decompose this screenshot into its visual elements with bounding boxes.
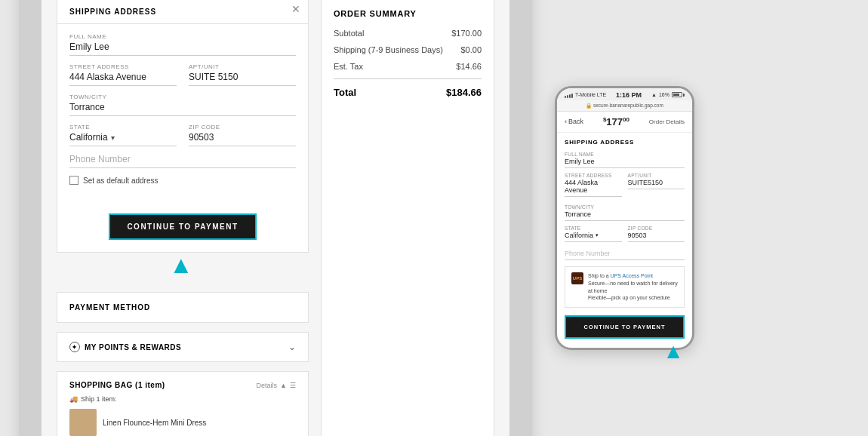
phone-town-field: TOWN/CITY Torrance — [565, 204, 685, 221]
phone-phone-field[interactable]: Phone Number — [565, 250, 685, 260]
state-label: STATE — [69, 124, 177, 130]
default-address-label: Set as default address — [83, 177, 159, 185]
phone-arrow-wrapper: ▲ — [663, 339, 684, 364]
ups-text-2: Secure—no need to watch for delivery at … — [588, 281, 678, 293]
phone-zip-label: ZIP CODE — [628, 226, 685, 231]
laptop: ✕ SHIPPING ADDRESS FULL NAME Emily Lee S… — [19, 0, 532, 436]
zip-label: ZIP CODE — [189, 124, 296, 130]
ups-text-3: Flexible—pick up on your schedule — [588, 295, 670, 300]
signal-icon — [565, 92, 573, 98]
url-text: secure-bananarepublic.gap.com — [593, 103, 663, 108]
bag-title-text: SHOPPING BAG — [69, 381, 133, 389]
default-address-row: Set as default address — [69, 176, 296, 185]
bag-item: Linen Flounce-Hem Mini Dress — [69, 409, 296, 436]
rewards-icon: ✦ — [69, 342, 80, 352]
phone-address-row: STREET ADDRESS 444 Alaska Avenue APT/UNI… — [565, 173, 685, 204]
rewards-section[interactable]: ✦ MY POINTS & REWARDS ⌄ — [57, 332, 309, 362]
phone-state-field: STATE California ▾ — [565, 226, 622, 247]
order-details-link[interactable]: Order Details — [649, 118, 685, 125]
phone-battery: ▲ 16% — [651, 92, 685, 97]
street-field: STREET ADDRESS 444 Alaska Avenue — [69, 63, 177, 86]
back-button[interactable]: ‹ Back — [565, 118, 583, 125]
phone-street-label: STREET ADDRESS — [565, 173, 622, 178]
subtotal-row: Subtotal $170.00 — [334, 29, 482, 38]
desktop-content: ✕ SHIPPING ADDRESS FULL NAME Emily Lee S… — [57, 0, 494, 436]
phone-apt-field: APT/UNIT SUITE5150 — [628, 173, 685, 201]
phone-state-select[interactable]: California ▾ — [565, 232, 622, 242]
battery-percentage: 16% — [659, 92, 669, 97]
phone-nav: ‹ Back $17700 Order Details — [557, 112, 692, 133]
full-name-value: Emily Lee — [69, 41, 296, 56]
shipping-label: Shipping (7-9 Business Days) — [334, 45, 443, 54]
continue-btn-wrapper: CONTINUE TO PAYMENT ▲ — [57, 206, 308, 252]
phone-state-label: STATE — [565, 226, 622, 231]
lock-icon: 🔒 — [586, 103, 592, 108]
ups-access-point-box: UPS Ship to a UPS Access Point Secure—no… — [565, 266, 685, 308]
rewards-label: ✦ MY POINTS & REWARDS — [69, 342, 181, 352]
laptop-screen: ✕ SHIPPING ADDRESS FULL NAME Emily Lee S… — [42, 0, 509, 436]
phone-street-value: 444 Alaska Avenue — [565, 179, 622, 197]
apt-field: APT/UNIT SUITE 5150 — [189, 63, 296, 86]
item-name: Linen Flounce-Hem Mini Dress — [103, 419, 206, 427]
chevron-up-icon: ▲ — [280, 382, 287, 389]
tax-row: Est. Tax $14.66 — [334, 62, 482, 71]
order-summary-title: ORDER SUMMARY — [334, 9, 482, 18]
bag-details-link[interactable]: Details ▲ ☰ — [257, 382, 296, 389]
arrow-up-icon: ▲ — [169, 251, 193, 279]
default-address-checkbox[interactable] — [69, 176, 78, 185]
phone-continue-to-payment-button[interactable]: CONTINUE TO PAYMENT — [565, 315, 685, 339]
phone-state-value: California — [565, 232, 593, 239]
phone-number-field[interactable]: Phone Number — [69, 154, 296, 168]
order-summary-panel: ORDER SUMMARY Subtotal $170.00 Shipping … — [321, 0, 494, 436]
ship-label-text: Ship 1 item: — [81, 395, 117, 403]
payment-method-section: PAYMENT METHOD — [57, 292, 309, 323]
phone-apt-label: APT/UNIT — [628, 173, 685, 178]
shopping-bag-section: SHOPPING BAG (1 item) Details ▲ ☰ 🚚 — [57, 371, 309, 436]
subtotal-label: Subtotal — [334, 29, 364, 38]
town-field: TOWN/CITY Torrance — [69, 94, 296, 116]
payment-method-title: PAYMENT METHOD — [69, 303, 296, 312]
state-select[interactable]: California ▾ — [69, 132, 177, 146]
shipping-address-panel: ✕ SHIPPING ADDRESS FULL NAME Emily Lee S… — [57, 0, 309, 253]
bag-title: SHOPPING BAG (1 item) — [69, 381, 165, 389]
tax-label: Est. Tax — [334, 62, 363, 71]
zip-value: 90503 — [189, 132, 296, 146]
phone-arrow-icon: ▲ — [663, 339, 684, 363]
state-field: STATE California ▾ — [69, 124, 177, 146]
phone-full-name-label: FULL NAME — [565, 152, 685, 157]
town-label: TOWN/CITY — [69, 94, 296, 100]
ship-label: 🚚 Ship 1 item: — [69, 395, 296, 403]
subtotal-value: $170.00 — [451, 29, 482, 38]
ups-access-point-link[interactable]: UPS Access Point — [611, 273, 653, 278]
phone-content: SHIPPING ADDRESS FULL NAME Emily Lee STR… — [557, 133, 692, 348]
phone-state-zip-row: STATE California ▾ ZIP CODE 90503 — [565, 226, 685, 250]
battery-icon — [672, 92, 685, 97]
street-label: STREET ADDRESS — [69, 63, 177, 70]
street-value: 444 Alaska Avenue — [69, 72, 177, 86]
phone-town-value: Torrance — [565, 210, 685, 221]
rewards-chevron-icon: ⌄ — [288, 342, 296, 352]
phone-street-field: STREET ADDRESS 444 Alaska Avenue — [565, 173, 622, 201]
total-value: $184.66 — [446, 87, 482, 98]
back-label: Back — [568, 118, 583, 125]
wifi-icon: ▲ — [651, 92, 657, 97]
phone-price-value: 177 — [606, 116, 623, 127]
full-name-label: FULL NAME — [69, 33, 296, 40]
full-name-field: FULL NAME Emily Lee — [69, 33, 296, 56]
phone-zip-field: ZIP CODE 90503 — [628, 226, 685, 247]
shipping-value: $0.00 — [460, 45, 482, 54]
phone-shipping-title: SHIPPING ADDRESS — [565, 139, 685, 146]
truck-icon: 🚚 — [69, 395, 78, 403]
continue-to-payment-button[interactable]: CONTINUE TO PAYMENT — [109, 213, 256, 240]
zip-field: ZIP CODE 90503 — [189, 124, 296, 146]
town-value: Torrance — [69, 102, 296, 116]
phone-state-chevron-icon: ▾ — [596, 232, 599, 238]
scene: ✕ SHIPPING ADDRESS FULL NAME Emily Lee S… — [19, 0, 849, 436]
total-row: Total $184.66 — [334, 78, 482, 98]
close-icon[interactable]: ✕ — [291, 3, 300, 15]
phone-town-label: TOWN/CITY — [565, 204, 685, 210]
address-row: STREET ADDRESS 444 Alaska Avenue APT/UNI… — [69, 63, 296, 94]
chevron-down-icon: ▾ — [111, 134, 115, 142]
back-chevron-icon: ‹ — [565, 118, 567, 125]
ups-text-1: Ship to a — [588, 273, 611, 278]
